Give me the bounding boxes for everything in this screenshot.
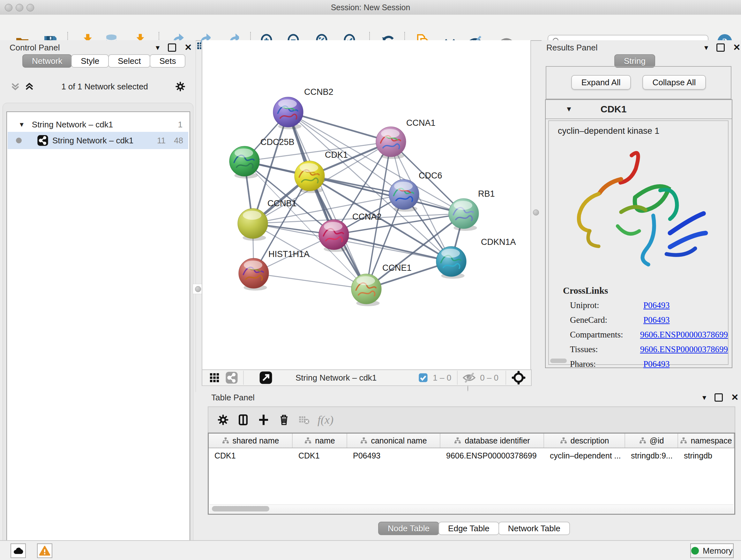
network-node-ccna1[interactable] [376, 127, 406, 159]
crosslink-link[interactable]: P06493 [643, 300, 670, 310]
table-panel-title: Table Panel [211, 393, 255, 402]
network-node-cdc25b[interactable] [229, 146, 259, 179]
collapse-arrow-icon[interactable]: ▼ [565, 105, 572, 113]
tab-string[interactable]: String [614, 54, 655, 68]
table-cell[interactable]: P06493 [347, 451, 441, 460]
selected-checkbox-icon[interactable] [418, 373, 428, 383]
hidden-eye-icon[interactable] [462, 371, 476, 385]
network-edge[interactable] [288, 112, 391, 142]
network-node-count: 11 [157, 136, 165, 145]
crosslink-link[interactable]: 9606.ENSP00000378699 [640, 330, 728, 340]
crosslink-link[interactable]: P06493 [643, 315, 670, 325]
network-row[interactable]: String Network – cdk1 11 48 [8, 132, 188, 149]
network-node-hist1h1a[interactable] [239, 258, 269, 291]
table-hscrollbar[interactable] [209, 504, 734, 513]
network-collection-row[interactable]: ▼ String Network – cdk1 1 [8, 117, 188, 132]
warning-button[interactable] [37, 543, 52, 558]
network-node-ccnb1[interactable] [238, 208, 268, 241]
network-node-cdkn1a[interactable] [436, 246, 466, 279]
panel-float-icon[interactable] [715, 393, 723, 401]
tab-node-table[interactable]: Node Table [378, 522, 439, 535]
node-label-cdk1: CDK1 [325, 150, 348, 160]
network-node-ccna2[interactable] [319, 220, 349, 252]
control-panel-title: Control Panel [10, 43, 60, 53]
panel-menu-icon[interactable]: ▾ [704, 44, 708, 51]
tab-select[interactable]: Select [108, 54, 150, 68]
collapse-arrow-icon[interactable]: ▼ [18, 121, 25, 128]
table-hscrollbar-thumb[interactable] [212, 506, 269, 511]
network-node-cdk1[interactable] [294, 161, 325, 193]
bottom-splitter-handle[interactable] [468, 386, 468, 391]
table-row[interactable]: CDK1CDK1P064939606.ENSP00000378699cyclin… [209, 448, 734, 463]
gear-icon[interactable] [175, 81, 186, 92]
results-hscrollbar-thumb[interactable] [550, 359, 567, 363]
column-header-database-identifier[interactable]: database identifier [441, 434, 544, 448]
panel-float-icon[interactable] [168, 44, 176, 52]
table-cell[interactable]: CDK1 [293, 451, 347, 460]
tab-edge-table[interactable]: Edge Table [439, 522, 499, 535]
title-bar: Session: New Session [0, 0, 741, 15]
protein-card-header[interactable]: ▼ CDK1 [546, 100, 732, 119]
birdseye-view-icon[interactable] [511, 370, 526, 385]
panel-close-icon[interactable]: ✕ [185, 44, 192, 51]
network-node-rb1[interactable] [449, 199, 479, 231]
table-cell[interactable]: stringdb [678, 451, 734, 460]
panel-menu-icon[interactable]: ▾ [156, 44, 159, 51]
table-cell[interactable]: stringdb:9... [625, 451, 678, 460]
table-panel: Table Panel ▾ ✕ f(x) shared namenamecano… [196, 392, 741, 540]
column-header-namespace[interactable]: namespace [678, 434, 734, 448]
cloud-button[interactable] [10, 543, 26, 558]
tab-network-table[interactable]: Network Table [498, 522, 570, 535]
tab-style[interactable]: Style [71, 54, 109, 68]
results-panel: Results Panel ▾ ✕ String Expand All Coll… [542, 40, 741, 389]
right-splitter-handle[interactable] [531, 207, 541, 217]
column-header-canonical-name[interactable]: canonical name [347, 434, 441, 448]
delete-table-icon[interactable] [298, 414, 311, 426]
network-view-icon[interactable] [225, 371, 238, 384]
table-cell[interactable]: cyclin–dependent ... [544, 451, 625, 460]
network-selection-status: 1 of 1 Network selected [35, 82, 175, 91]
network-node-ccne1[interactable] [351, 274, 381, 306]
crosslink-link[interactable]: 9606.ENSP00000378699 [640, 345, 728, 354]
control-panel-tabs: NetworkStyleSelectSets [22, 54, 185, 68]
control-panel-controls: ▾ ✕ [156, 44, 192, 52]
delete-column-icon[interactable] [277, 413, 291, 427]
tab-network[interactable]: Network [22, 54, 72, 68]
network-manager: 1 of 1 Network selected ▼ String Network… [3, 103, 193, 560]
grid-view-icon[interactable] [208, 371, 221, 384]
panel-close-icon[interactable]: ✕ [731, 394, 738, 401]
expand-all-tree-icon[interactable] [10, 82, 21, 91]
panel-menu-icon[interactable]: ▾ [702, 394, 706, 401]
memory-label: Memory [703, 546, 733, 556]
collapse-all-tree-icon[interactable] [24, 82, 35, 91]
collapse-all-button[interactable]: Collapse All [643, 75, 706, 90]
column-header-description[interactable]: description [544, 434, 625, 448]
crosslink-link[interactable]: P06493 [643, 359, 670, 369]
network-graph[interactable]: CCNB2CCNA1CDC25BCDK1CDC6RB1CCNB1CCNA2CDK… [202, 40, 530, 369]
table-cell[interactable]: CDK1 [209, 451, 293, 460]
status-bar: Memory [0, 540, 741, 560]
function-builder-icon[interactable]: f(x) [318, 413, 333, 427]
panel-float-icon[interactable] [717, 44, 725, 52]
toolbar-separator [457, 371, 458, 385]
column-header-name[interactable]: name [293, 434, 347, 448]
table-gear-icon[interactable] [217, 414, 229, 426]
create-column-icon[interactable] [257, 413, 270, 427]
expand-all-button[interactable]: Expand All [571, 75, 631, 90]
column-header-shared-name[interactable]: shared name [209, 434, 293, 448]
protein-result-card: ▼ CDK1 cyclin–dependent kinase 1 [545, 99, 732, 368]
show-columns-icon[interactable] [237, 413, 250, 427]
network-edge[interactable] [254, 273, 366, 289]
crosslink-label: GeneCard: [549, 315, 643, 325]
column-header--id[interactable]: @id [625, 434, 678, 448]
detach-view-icon[interactable] [259, 371, 273, 384]
table-cell[interactable]: 9606.ENSP00000378699 [441, 451, 544, 460]
network-node-cdc6[interactable] [389, 179, 419, 212]
tab-sets[interactable]: Sets [150, 54, 185, 68]
network-canvas[interactable]: CCNB2CCNA1CDC25BCDK1CDC6RB1CCNB1CCNA2CDK… [202, 40, 531, 369]
memory-button[interactable]: Memory [690, 543, 734, 558]
crosslink-row: GeneCard:P06493 [549, 313, 728, 327]
node-label-hist1h1a: HIST1H1A [268, 249, 310, 259]
crosslinks-title: CrossLinks [563, 286, 728, 296]
panel-close-icon[interactable]: ✕ [733, 44, 740, 51]
